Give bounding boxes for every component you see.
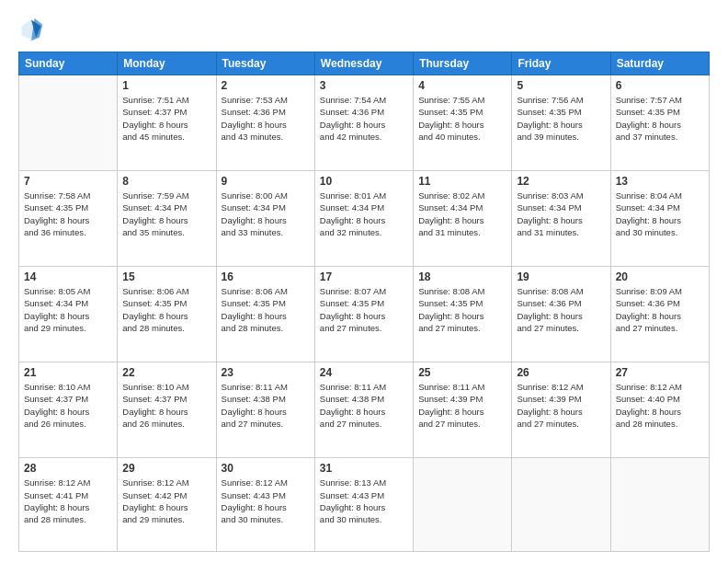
day-cell: 11Sunrise: 8:02 AMSunset: 4:34 PMDayligh…: [414, 171, 512, 267]
day-number: 7: [24, 175, 112, 188]
weekday-header-thursday: Thursday: [414, 52, 512, 75]
day-number: 21: [24, 366, 112, 379]
day-cell: 15Sunrise: 8:06 AMSunset: 4:35 PMDayligh…: [118, 267, 216, 362]
day-number: 10: [320, 175, 408, 188]
day-cell: 10Sunrise: 8:01 AMSunset: 4:34 PMDayligh…: [314, 171, 413, 267]
day-info: Sunrise: 7:59 AMSunset: 4:34 PMDaylight:…: [122, 190, 210, 238]
day-info: Sunrise: 7:55 AMSunset: 4:35 PMDaylight:…: [418, 94, 506, 143]
day-number: 26: [517, 366, 605, 379]
weekday-header-wednesday: Wednesday: [314, 52, 413, 75]
day-number: 20: [616, 270, 704, 283]
day-number: 28: [24, 462, 112, 475]
day-cell: 3Sunrise: 7:54 AMSunset: 4:36 PMDaylight…: [314, 75, 413, 171]
day-number: 19: [517, 270, 605, 283]
day-number: 30: [222, 462, 310, 475]
day-number: 5: [517, 79, 605, 92]
day-cell: 9Sunrise: 8:00 AMSunset: 4:34 PMDaylight…: [216, 171, 314, 267]
day-info: Sunrise: 8:13 AMSunset: 4:43 PMDaylight:…: [320, 477, 408, 525]
day-info: Sunrise: 7:58 AMSunset: 4:35 PMDaylight:…: [24, 190, 112, 238]
day-info: Sunrise: 7:57 AMSunset: 4:35 PMDaylight:…: [616, 94, 704, 143]
weekday-header-tuesday: Tuesday: [216, 52, 314, 75]
day-cell: 25Sunrise: 8:11 AMSunset: 4:39 PMDayligh…: [414, 362, 512, 458]
day-info: Sunrise: 8:02 AMSunset: 4:34 PMDaylight:…: [418, 190, 506, 238]
day-cell: 30Sunrise: 8:12 AMSunset: 4:43 PMDayligh…: [216, 458, 314, 552]
day-number: 14: [24, 270, 112, 283]
weekday-header-saturday: Saturday: [610, 52, 709, 75]
day-info: Sunrise: 8:12 AMSunset: 4:40 PMDaylight:…: [616, 381, 704, 430]
day-cell: 17Sunrise: 8:07 AMSunset: 4:35 PMDayligh…: [314, 267, 413, 362]
day-info: Sunrise: 8:12 AMSunset: 4:43 PMDaylight:…: [222, 477, 310, 525]
day-cell: [512, 458, 610, 552]
day-info: Sunrise: 7:53 AMSunset: 4:36 PMDaylight:…: [222, 94, 310, 143]
day-info: Sunrise: 8:11 AMSunset: 4:38 PMDaylight:…: [320, 381, 408, 430]
day-number: 29: [122, 462, 210, 475]
weekday-header-friday: Friday: [512, 52, 610, 75]
day-info: Sunrise: 8:10 AMSunset: 4:37 PMDaylight:…: [24, 381, 112, 430]
day-number: 6: [616, 79, 704, 92]
day-number: 4: [418, 79, 506, 92]
day-cell: 16Sunrise: 8:06 AMSunset: 4:35 PMDayligh…: [216, 267, 314, 362]
day-cell: 12Sunrise: 8:03 AMSunset: 4:34 PMDayligh…: [512, 171, 610, 267]
day-number: 31: [320, 462, 408, 475]
day-info: Sunrise: 8:07 AMSunset: 4:35 PMDaylight:…: [320, 285, 408, 334]
day-cell: [19, 75, 118, 171]
day-info: Sunrise: 8:12 AMSunset: 4:41 PMDaylight:…: [24, 477, 112, 525]
day-cell: 14Sunrise: 8:05 AMSunset: 4:34 PMDayligh…: [19, 267, 118, 362]
weekday-header-row: SundayMondayTuesdayWednesdayThursdayFrid…: [19, 52, 710, 75]
day-cell: 18Sunrise: 8:08 AMSunset: 4:35 PMDayligh…: [414, 267, 512, 362]
day-cell: 21Sunrise: 8:10 AMSunset: 4:37 PMDayligh…: [19, 362, 118, 458]
day-number: 3: [320, 79, 408, 92]
day-cell: 5Sunrise: 7:56 AMSunset: 4:35 PMDaylight…: [512, 75, 610, 171]
day-info: Sunrise: 8:10 AMSunset: 4:37 PMDaylight:…: [122, 381, 210, 430]
day-cell: 4Sunrise: 7:55 AMSunset: 4:35 PMDaylight…: [414, 75, 512, 171]
day-info: Sunrise: 8:01 AMSunset: 4:34 PMDaylight:…: [320, 190, 408, 238]
day-cell: 29Sunrise: 8:12 AMSunset: 4:42 PMDayligh…: [118, 458, 216, 552]
day-cell: 27Sunrise: 8:12 AMSunset: 4:40 PMDayligh…: [610, 362, 709, 458]
day-cell: 2Sunrise: 7:53 AMSunset: 4:36 PMDaylight…: [216, 75, 314, 171]
page: SundayMondayTuesdayWednesdayThursdayFrid…: [0, 0, 728, 563]
day-cell: 26Sunrise: 8:12 AMSunset: 4:39 PMDayligh…: [512, 362, 610, 458]
day-number: 25: [418, 366, 506, 379]
week-row-4: 21Sunrise: 8:10 AMSunset: 4:37 PMDayligh…: [19, 362, 710, 458]
day-number: 13: [616, 175, 704, 188]
day-number: 17: [320, 270, 408, 283]
day-cell: 22Sunrise: 8:10 AMSunset: 4:37 PMDayligh…: [118, 362, 216, 458]
day-number: 27: [616, 366, 704, 379]
day-number: 24: [320, 366, 408, 379]
day-info: Sunrise: 8:00 AMSunset: 4:34 PMDaylight:…: [222, 190, 310, 238]
day-number: 23: [222, 366, 310, 379]
day-cell: [414, 458, 512, 552]
day-info: Sunrise: 8:08 AMSunset: 4:35 PMDaylight:…: [418, 285, 506, 334]
day-cell: 24Sunrise: 8:11 AMSunset: 4:38 PMDayligh…: [314, 362, 413, 458]
day-info: Sunrise: 8:09 AMSunset: 4:36 PMDaylight:…: [616, 285, 704, 334]
week-row-2: 7Sunrise: 7:58 AMSunset: 4:35 PMDaylight…: [19, 171, 710, 267]
day-info: Sunrise: 8:06 AMSunset: 4:35 PMDaylight:…: [222, 285, 310, 334]
day-info: Sunrise: 8:03 AMSunset: 4:34 PMDaylight:…: [517, 190, 605, 238]
day-info: Sunrise: 7:56 AMSunset: 4:35 PMDaylight:…: [517, 94, 605, 143]
day-info: Sunrise: 8:12 AMSunset: 4:42 PMDaylight:…: [122, 477, 210, 525]
day-info: Sunrise: 8:11 AMSunset: 4:38 PMDaylight:…: [222, 381, 310, 430]
week-row-1: 1Sunrise: 7:51 AMSunset: 4:37 PMDaylight…: [19, 75, 710, 171]
day-number: 2: [222, 79, 310, 92]
header: [18, 17, 710, 42]
weekday-header-monday: Monday: [118, 52, 216, 75]
day-info: Sunrise: 7:51 AMSunset: 4:37 PMDaylight:…: [122, 94, 210, 143]
day-number: 9: [222, 175, 310, 188]
day-cell: 13Sunrise: 8:04 AMSunset: 4:34 PMDayligh…: [610, 171, 709, 267]
day-number: 1: [122, 79, 210, 92]
day-info: Sunrise: 8:06 AMSunset: 4:35 PMDaylight:…: [122, 285, 210, 334]
day-info: Sunrise: 8:11 AMSunset: 4:39 PMDaylight:…: [418, 381, 506, 430]
day-cell: 31Sunrise: 8:13 AMSunset: 4:43 PMDayligh…: [314, 458, 413, 552]
day-info: Sunrise: 7:54 AMSunset: 4:36 PMDaylight:…: [320, 94, 408, 143]
day-cell: 20Sunrise: 8:09 AMSunset: 4:36 PMDayligh…: [610, 267, 709, 362]
day-cell: 19Sunrise: 8:08 AMSunset: 4:36 PMDayligh…: [512, 267, 610, 362]
day-info: Sunrise: 8:12 AMSunset: 4:39 PMDaylight:…: [517, 381, 605, 430]
day-number: 8: [122, 175, 210, 188]
day-number: 16: [222, 270, 310, 283]
week-row-5: 28Sunrise: 8:12 AMSunset: 4:41 PMDayligh…: [19, 458, 710, 552]
day-info: Sunrise: 8:05 AMSunset: 4:34 PMDaylight:…: [24, 285, 112, 334]
day-number: 18: [418, 270, 506, 283]
weekday-header-sunday: Sunday: [19, 52, 118, 75]
day-number: 12: [517, 175, 605, 188]
day-cell: 7Sunrise: 7:58 AMSunset: 4:35 PMDaylight…: [19, 171, 118, 267]
